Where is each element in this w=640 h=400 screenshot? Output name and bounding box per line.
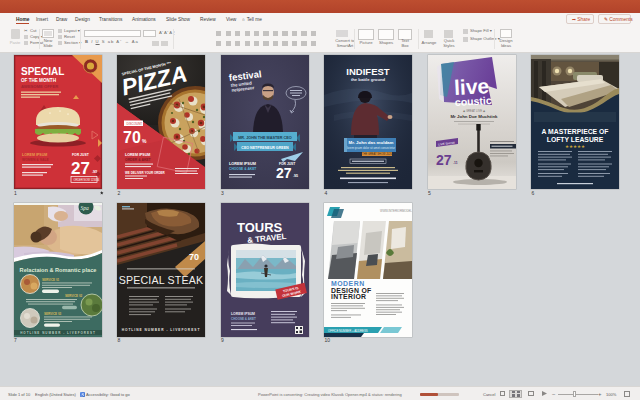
- svg-text:Spa: Spa: [80, 204, 89, 210]
- svg-text:WE DELIVER YOUR ORDER: WE DELIVER YOUR ORDER: [125, 171, 166, 175]
- svg-text:27: 27: [71, 159, 90, 178]
- svg-text:Mr John Doe Muchtink: Mr John Doe Muchtink: [450, 114, 498, 119]
- svg-text:HOTLINE NUMBER - LIVEFOREST: HOTLINE NUMBER - LIVEFOREST: [20, 330, 96, 334]
- svg-text:SPECIAL: SPECIAL: [21, 66, 64, 77]
- svg-text:70: 70: [123, 129, 141, 146]
- svg-text:CHOOSE & AKET: CHOOSE & AKET: [229, 167, 256, 171]
- svg-text:the battle ground: the battle ground: [351, 77, 386, 82]
- svg-text:CEO NETPRENEUR GREEN: CEO NETPRENEUR GREEN: [241, 146, 289, 150]
- svg-text:%: %: [142, 138, 147, 144]
- svg-text:SPECIAL STEAK: SPECIAL STEAK: [119, 273, 204, 285]
- svg-text:LOREM IPSUM: LOREM IPSUM: [22, 153, 47, 157]
- svg-text:coustic: coustic: [454, 94, 491, 108]
- svg-text:DISCOUNT: DISCOUNT: [127, 122, 143, 126]
- svg-text:LOFTY LEASURE: LOFTY LEASURE: [547, 136, 604, 143]
- svg-text:70: 70: [189, 252, 199, 262]
- svg-text:LOREM IPSUM: LOREM IPSUM: [231, 312, 255, 316]
- svg-text:.95: .95: [293, 174, 298, 178]
- svg-text:27: 27: [436, 152, 452, 168]
- svg-text:SERVICE 03: SERVICE 03: [44, 311, 62, 315]
- svg-text:.11: .11: [453, 161, 458, 165]
- svg-text:ORDER NOW 123456: ORDER NOW 123456: [73, 178, 99, 182]
- svg-text:OF THE MONTH: OF THE MONTH: [21, 78, 57, 83]
- svg-text:Relactaion & Romantic place: Relactaion & Romantic place: [19, 267, 96, 273]
- svg-text:THE GREAT SHOW 2020: THE GREAT SHOW 2020: [362, 152, 392, 156]
- svg-text:INTERIOR: INTERIOR: [331, 293, 366, 300]
- svg-text:INDIFEST: INDIFEST: [346, 66, 389, 77]
- svg-text:ORDER & AKET: ORDER & AKET: [125, 158, 152, 162]
- svg-text:FOR JUST: FOR JUST: [72, 153, 90, 157]
- svg-text:LOREM IPSUM: LOREM IPSUM: [125, 153, 150, 157]
- svg-text:◆ GREAT LIVE ◆: ◆ GREAT LIVE ◆: [462, 109, 485, 113]
- svg-text:SERVICE 02: SERVICE 02: [65, 294, 83, 298]
- svg-text:OFFICE NUMBER + ADDRESS: OFFICE NUMBER + ADDRESS: [328, 328, 368, 332]
- svg-text:WWW.INTERIORMODEL.COM: WWW.INTERIORMODEL.COM: [380, 209, 412, 213]
- svg-text:AWESOME OFFER: AWESOME OFFER: [21, 84, 58, 89]
- svg-text:27: 27: [276, 165, 292, 181]
- svg-text:★★★★★: ★★★★★: [565, 144, 585, 149]
- svg-text:MR. JOHN THE MASTER CEO: MR. JOHN THE MASTER CEO: [238, 136, 292, 140]
- svg-text:A MASTERPIECE OF: A MASTERPIECE OF: [542, 128, 609, 135]
- svg-text:LOREM IPSUM: LOREM IPSUM: [229, 162, 256, 166]
- svg-text:lorem ipsum dolor sit amet con: lorem ipsum dolor sit amet consectetur: [347, 146, 395, 150]
- svg-text:Mr. John das muldam: Mr. John das muldam: [349, 140, 394, 145]
- svg-text:HOTLINE NUMBER - LIVEFOREST: HOTLINE NUMBER - LIVEFOREST: [122, 328, 201, 332]
- svg-text:CHOOSE & AKET: CHOOSE & AKET: [231, 316, 256, 320]
- svg-text:SERVICE 01: SERVICE 01: [42, 277, 60, 281]
- svg-text:WOMEN & SALE: WOMEN & SALE: [22, 158, 49, 162]
